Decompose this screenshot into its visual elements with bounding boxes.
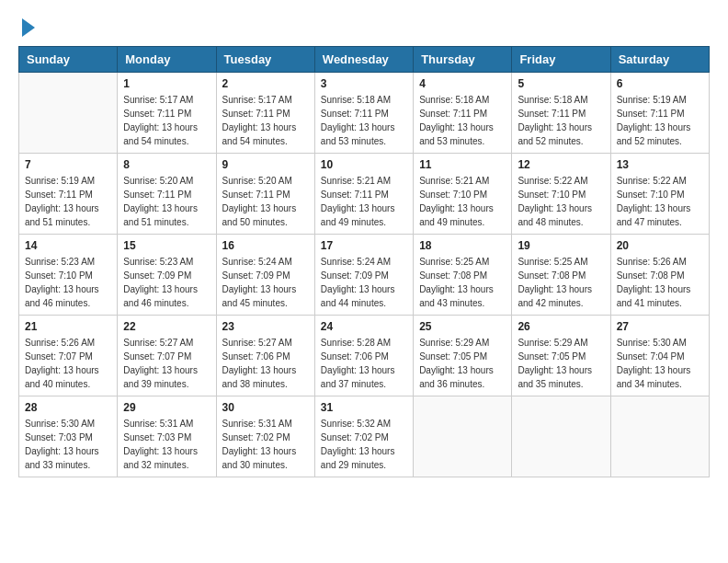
day-info: Sunrise: 5:20 AMSunset: 7:11 PMDaylight:… — [123, 174, 210, 229]
day-number: 17 — [321, 239, 407, 252]
calendar-day-cell: 11Sunrise: 5:21 AMSunset: 7:10 PMDayligh… — [414, 154, 512, 235]
calendar-day-cell: 7Sunrise: 5:19 AMSunset: 7:11 PMDaylight… — [19, 154, 118, 235]
calendar-day-cell: 23Sunrise: 5:27 AMSunset: 7:06 PMDayligh… — [216, 316, 314, 396]
day-number: 11 — [419, 158, 506, 171]
calendar-day-cell: 12Sunrise: 5:22 AMSunset: 7:10 PMDayligh… — [512, 154, 610, 235]
day-info: Sunrise: 5:21 AMSunset: 7:10 PMDaylight:… — [419, 174, 506, 229]
logo-triangle-icon — [22, 18, 35, 37]
calendar-day-cell: 16Sunrise: 5:24 AMSunset: 7:09 PMDayligh… — [216, 235, 314, 316]
day-number: 16 — [222, 239, 309, 252]
calendar-week-row: 28Sunrise: 5:30 AMSunset: 7:03 PMDayligh… — [19, 396, 710, 477]
day-number: 10 — [321, 158, 407, 171]
calendar-day-cell: 5Sunrise: 5:18 AMSunset: 7:11 PMDaylight… — [512, 73, 610, 154]
day-number: 12 — [518, 158, 604, 171]
day-number: 20 — [617, 239, 703, 252]
day-number: 13 — [617, 158, 703, 171]
calendar-day-cell: 8Sunrise: 5:20 AMSunset: 7:11 PMDaylight… — [118, 154, 216, 235]
day-info: Sunrise: 5:27 AMSunset: 7:06 PMDaylight:… — [222, 336, 309, 391]
day-info: Sunrise: 5:26 AMSunset: 7:07 PMDaylight:… — [25, 336, 111, 391]
day-number: 4 — [419, 77, 506, 90]
calendar-day-cell: 10Sunrise: 5:21 AMSunset: 7:11 PMDayligh… — [314, 154, 413, 235]
day-number: 30 — [222, 401, 309, 414]
day-info: Sunrise: 5:31 AMSunset: 7:02 PMDaylight:… — [222, 417, 309, 472]
calendar-day-cell: 17Sunrise: 5:24 AMSunset: 7:09 PMDayligh… — [314, 235, 413, 316]
day-number: 22 — [123, 320, 210, 333]
calendar-day-cell: 3Sunrise: 5:18 AMSunset: 7:11 PMDaylight… — [314, 73, 413, 154]
day-info: Sunrise: 5:25 AMSunset: 7:08 PMDaylight:… — [419, 255, 506, 310]
day-info: Sunrise: 5:30 AMSunset: 7:03 PMDaylight:… — [25, 417, 111, 472]
day-info: Sunrise: 5:25 AMSunset: 7:08 PMDaylight:… — [518, 255, 604, 310]
calendar-day-cell: 9Sunrise: 5:20 AMSunset: 7:11 PMDaylight… — [216, 154, 314, 235]
day-info: Sunrise: 5:31 AMSunset: 7:03 PMDaylight:… — [123, 417, 210, 472]
calendar-header-tuesday: Tuesday — [216, 47, 314, 73]
day-info: Sunrise: 5:18 AMSunset: 7:11 PMDaylight:… — [419, 93, 506, 148]
day-number: 27 — [617, 320, 703, 333]
calendar-day-cell: 22Sunrise: 5:27 AMSunset: 7:07 PMDayligh… — [118, 316, 216, 396]
day-number: 24 — [321, 320, 407, 333]
day-number: 7 — [25, 158, 111, 171]
day-number: 26 — [518, 320, 604, 333]
calendar-day-cell: 28Sunrise: 5:30 AMSunset: 7:03 PMDayligh… — [19, 396, 118, 477]
day-info: Sunrise: 5:22 AMSunset: 7:10 PMDaylight:… — [518, 174, 604, 229]
day-info: Sunrise: 5:18 AMSunset: 7:11 PMDaylight:… — [518, 93, 604, 148]
day-info: Sunrise: 5:17 AMSunset: 7:11 PMDaylight:… — [222, 93, 309, 148]
calendar-header-saturday: Saturday — [610, 47, 709, 73]
day-number: 19 — [518, 239, 604, 252]
calendar-header-thursday: Thursday — [414, 47, 512, 73]
day-info: Sunrise: 5:27 AMSunset: 7:07 PMDaylight:… — [123, 336, 210, 391]
calendar-day-cell: 29Sunrise: 5:31 AMSunset: 7:03 PMDayligh… — [118, 396, 216, 477]
logo — [18, 18, 35, 37]
calendar-week-row: 21Sunrise: 5:26 AMSunset: 7:07 PMDayligh… — [19, 316, 710, 396]
day-info: Sunrise: 5:17 AMSunset: 7:11 PMDaylight:… — [123, 93, 210, 148]
day-number: 21 — [25, 320, 111, 333]
day-info: Sunrise: 5:29 AMSunset: 7:05 PMDaylight:… — [518, 336, 604, 391]
day-info: Sunrise: 5:24 AMSunset: 7:09 PMDaylight:… — [222, 255, 309, 310]
day-number: 31 — [321, 401, 407, 414]
calendar-day-cell: 20Sunrise: 5:26 AMSunset: 7:08 PMDayligh… — [610, 235, 709, 316]
calendar-header-friday: Friday — [512, 47, 610, 73]
day-number: 9 — [222, 158, 309, 171]
calendar-day-cell: 2Sunrise: 5:17 AMSunset: 7:11 PMDaylight… — [216, 73, 314, 154]
day-number: 14 — [25, 239, 111, 252]
day-number: 8 — [123, 158, 210, 171]
day-info: Sunrise: 5:22 AMSunset: 7:10 PMDaylight:… — [617, 174, 703, 229]
day-info: Sunrise: 5:28 AMSunset: 7:06 PMDaylight:… — [321, 336, 407, 391]
calendar-week-row: 14Sunrise: 5:23 AMSunset: 7:10 PMDayligh… — [19, 235, 710, 316]
calendar-day-cell: 26Sunrise: 5:29 AMSunset: 7:05 PMDayligh… — [512, 316, 610, 396]
day-number: 29 — [123, 401, 210, 414]
calendar-day-cell: 30Sunrise: 5:31 AMSunset: 7:02 PMDayligh… — [216, 396, 314, 477]
calendar-day-cell: 4Sunrise: 5:18 AMSunset: 7:11 PMDaylight… — [414, 73, 512, 154]
day-number: 6 — [617, 77, 703, 90]
calendar-week-row: 1Sunrise: 5:17 AMSunset: 7:11 PMDaylight… — [19, 73, 710, 154]
day-number: 3 — [321, 77, 407, 90]
calendar-header-sunday: Sunday — [19, 47, 118, 73]
page-header — [18, 18, 710, 37]
calendar-day-cell: 14Sunrise: 5:23 AMSunset: 7:10 PMDayligh… — [19, 235, 118, 316]
day-info: Sunrise: 5:24 AMSunset: 7:09 PMDaylight:… — [321, 255, 407, 310]
calendar-day-cell: 24Sunrise: 5:28 AMSunset: 7:06 PMDayligh… — [314, 316, 413, 396]
calendar-day-cell: 19Sunrise: 5:25 AMSunset: 7:08 PMDayligh… — [512, 235, 610, 316]
day-number: 15 — [123, 239, 210, 252]
calendar-day-cell: 1Sunrise: 5:17 AMSunset: 7:11 PMDaylight… — [118, 73, 216, 154]
calendar-day-cell — [610, 396, 709, 477]
day-info: Sunrise: 5:19 AMSunset: 7:11 PMDaylight:… — [617, 93, 703, 148]
day-info: Sunrise: 5:32 AMSunset: 7:02 PMDaylight:… — [321, 417, 407, 472]
day-info: Sunrise: 5:23 AMSunset: 7:09 PMDaylight:… — [123, 255, 210, 310]
day-info: Sunrise: 5:19 AMSunset: 7:11 PMDaylight:… — [25, 174, 111, 229]
calendar-day-cell: 18Sunrise: 5:25 AMSunset: 7:08 PMDayligh… — [414, 235, 512, 316]
calendar-day-cell — [512, 396, 610, 477]
calendar-day-cell: 13Sunrise: 5:22 AMSunset: 7:10 PMDayligh… — [610, 154, 709, 235]
calendar-week-row: 7Sunrise: 5:19 AMSunset: 7:11 PMDaylight… — [19, 154, 710, 235]
day-info: Sunrise: 5:30 AMSunset: 7:04 PMDaylight:… — [617, 336, 703, 391]
calendar-header-monday: Monday — [118, 47, 216, 73]
day-info: Sunrise: 5:20 AMSunset: 7:11 PMDaylight:… — [222, 174, 309, 229]
day-info: Sunrise: 5:21 AMSunset: 7:11 PMDaylight:… — [321, 174, 407, 229]
day-number: 28 — [25, 401, 111, 414]
calendar-day-cell: 6Sunrise: 5:19 AMSunset: 7:11 PMDaylight… — [610, 73, 709, 154]
day-number: 1 — [123, 77, 210, 90]
day-info: Sunrise: 5:23 AMSunset: 7:10 PMDaylight:… — [25, 255, 111, 310]
calendar-day-cell: 31Sunrise: 5:32 AMSunset: 7:02 PMDayligh… — [314, 396, 413, 477]
calendar-day-cell: 25Sunrise: 5:29 AMSunset: 7:05 PMDayligh… — [414, 316, 512, 396]
calendar-day-cell — [19, 73, 118, 154]
calendar-day-cell: 21Sunrise: 5:26 AMSunset: 7:07 PMDayligh… — [19, 316, 118, 396]
